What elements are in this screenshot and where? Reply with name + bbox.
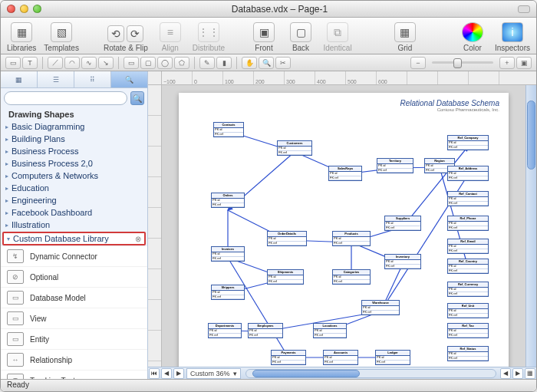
category-item[interactable]: Business Process 2,0	[1, 157, 147, 170]
identical-button[interactable]: ⧉Identical	[323, 22, 352, 52]
category-item[interactable]: Basic Diagramming	[1, 120, 147, 133]
entity-box[interactable]: PaymentsPK idFK ref	[271, 350, 306, 365]
entity-box[interactable]: Ref_TaxPK idFK ref	[447, 323, 489, 338]
entity-box[interactable]: Ref_StatusPK idFK ref	[447, 346, 489, 361]
inspectors-button[interactable]: iInspectors	[495, 22, 530, 52]
category-item[interactable]: Computers & Networks	[1, 170, 147, 182]
sidebar-tab-0[interactable]: ▦	[1, 71, 38, 87]
bucket-tool[interactable]: ▮	[216, 57, 232, 69]
entity-box[interactable]: Ref_EmailPK idFK ref	[447, 239, 489, 254]
minimize-window-button[interactable]	[20, 5, 28, 13]
next-page-button[interactable]: ▶	[173, 368, 184, 379]
zoom-out-button[interactable]: −	[410, 57, 426, 69]
entity-box[interactable]: ShipmentsPK idFK ref	[267, 269, 304, 285]
category-item[interactable]: Business Process	[1, 145, 147, 157]
spline-tool[interactable]: ∿	[81, 57, 97, 69]
category-item[interactable]: Education	[1, 182, 147, 194]
templates-button[interactable]: ▧Templates	[44, 22, 79, 52]
shape-item[interactable]: ▭Entity	[1, 329, 147, 350]
entity-box[interactable]: CustomersPK idFK ref	[277, 140, 312, 156]
sidebar-tab-3[interactable]: 🔍	[111, 71, 147, 87]
library-search-input[interactable]	[4, 91, 127, 105]
category-item[interactable]: Illustration	[1, 219, 147, 231]
hand-tool[interactable]: ✋	[242, 57, 257, 69]
shape-item[interactable]: ▭View	[1, 308, 147, 329]
category-item[interactable]: Facebook Dashboard	[1, 206, 147, 219]
zoom-indicator[interactable]: Custom 36%▾	[186, 368, 241, 379]
prev-page-button[interactable]: ◀	[161, 368, 172, 379]
select-tool[interactable]: ▭	[5, 57, 21, 69]
entity-box[interactable]: OrdersPK idFK ref	[211, 193, 245, 208]
rotate-flip-button[interactable]: ⟲⟳Rotate & Flip	[104, 25, 148, 52]
shape-item[interactable]: ↔Relationship	[1, 350, 147, 371]
sidebar-tab-2[interactable]: ⠿	[74, 71, 111, 87]
crop-tool[interactable]: ✂	[275, 57, 291, 69]
entity-box[interactable]: TerritoryPK idFK ref	[377, 158, 413, 173]
connector-tool[interactable]: ↘	[98, 57, 114, 69]
entity-box[interactable]: LedgerPK idFK ref	[375, 350, 410, 365]
color-button[interactable]: Color	[458, 22, 487, 52]
entity-box[interactable]: Ref_AddressPK idFK ref	[447, 166, 489, 181]
category-item[interactable]: Engineering	[1, 194, 147, 206]
entity-box[interactable]: SalesRepsPK idFK ref	[328, 166, 362, 181]
arc-tool[interactable]: ◠	[64, 57, 80, 69]
roundrect-tool[interactable]: ▢	[140, 57, 156, 69]
zoom-window-button[interactable]	[33, 5, 41, 13]
entity-box[interactable]: WarehousePK idFK ref	[361, 300, 400, 315]
entity-box[interactable]: SuppliersPK idFK ref	[384, 216, 421, 231]
search-icon[interactable]: 🔍	[130, 91, 144, 105]
libraries-button[interactable]: ▦Libraries	[7, 22, 36, 52]
close-window-button[interactable]	[7, 5, 15, 13]
first-page-button[interactable]: ⏮	[149, 368, 160, 379]
entity-box[interactable]: Ref_CompanyPK idFK ref	[447, 135, 489, 150]
scroll-left-button[interactable]: ◀	[500, 368, 511, 379]
zoom-tool[interactable]: 🔍	[259, 57, 274, 69]
fit-button[interactable]: ▣	[516, 57, 532, 69]
entity-box[interactable]: LocationsPK idFK ref	[313, 323, 347, 338]
entity-box[interactable]: DepartmentsPK idFK ref	[208, 323, 242, 338]
category-custom-database[interactable]: Custom Database Library ⊗	[2, 232, 146, 245]
front-button[interactable]: ▣Front	[249, 22, 278, 52]
shape-item[interactable]: ⊘Optional	[1, 267, 147, 288]
entity-box[interactable]: ContactsPK idFK ref	[213, 122, 244, 137]
ellipse-tool[interactable]: ◯	[157, 57, 173, 69]
dropper-tool[interactable]: ✎	[199, 57, 215, 69]
vertical-scrollbar[interactable]	[525, 85, 536, 367]
entity-box[interactable]: CategoriesPK idFK ref	[332, 269, 371, 285]
category-item[interactable]: Building Plans	[1, 133, 147, 145]
polygon-tool[interactable]: ⬠	[174, 57, 189, 69]
toolbar-toggle-button[interactable]	[518, 5, 530, 13]
entity-box[interactable]: Ref_CountryPK idFK ref	[447, 259, 489, 274]
entity-box[interactable]: EmployeesPK idFK ref	[248, 323, 283, 338]
canvas[interactable]: Relational Database Schema Contoso Pharm…	[162, 85, 525, 367]
rect-tool[interactable]: ▭	[124, 57, 139, 69]
entity-box[interactable]: InvoicesPK idFK ref	[211, 246, 245, 262]
entity-box[interactable]: AccountsPK idFK ref	[323, 350, 358, 365]
shape-item[interactable]: ▭Database Model	[1, 288, 147, 308]
entity-box[interactable]: ProductsPK idFK ref	[332, 231, 371, 246]
shape-icon: ↔	[7, 353, 24, 367]
text-tool[interactable]: T	[22, 57, 38, 69]
scroll-right-button[interactable]: ▶	[512, 368, 523, 379]
sidebar-tab-1[interactable]: ☰	[38, 71, 74, 87]
zoom-in-button[interactable]: +	[499, 57, 515, 69]
shape-item[interactable]: TTracking Text	[1, 371, 147, 379]
entity-box[interactable]: Ref_PhonePK idFK ref	[447, 216, 489, 231]
align-button[interactable]: ≡Align	[156, 22, 185, 52]
entity-box[interactable]: Ref_CurrencyPK idFK ref	[447, 282, 489, 297]
entity-box[interactable]: ShippersPK idFK ref	[211, 285, 245, 300]
line-tool[interactable]: ／	[48, 57, 63, 69]
color-label: Color	[463, 44, 482, 52]
shape-item[interactable]: ↯Dynamic Connector	[1, 246, 147, 267]
back-button[interactable]: ▢Back	[286, 22, 315, 52]
horizontal-scrollbar[interactable]	[245, 369, 496, 378]
zoom-slider[interactable]	[432, 61, 493, 64]
close-library-icon[interactable]: ⊗	[135, 235, 141, 243]
grid-button[interactable]: ▦Grid	[390, 22, 420, 52]
entity-box[interactable]: Ref_UnitPK idFK ref	[447, 303, 489, 318]
entity-box[interactable]: Ref_ContactPK idFK ref	[447, 191, 489, 206]
page-grid-button[interactable]: ▦	[525, 368, 535, 379]
distribute-button[interactable]: ⋮⋮Distribute	[193, 22, 225, 52]
entity-box[interactable]: InventoryPK idFK ref	[384, 254, 421, 269]
entity-box[interactable]: OrderDetailsPK idFK ref	[267, 231, 307, 246]
